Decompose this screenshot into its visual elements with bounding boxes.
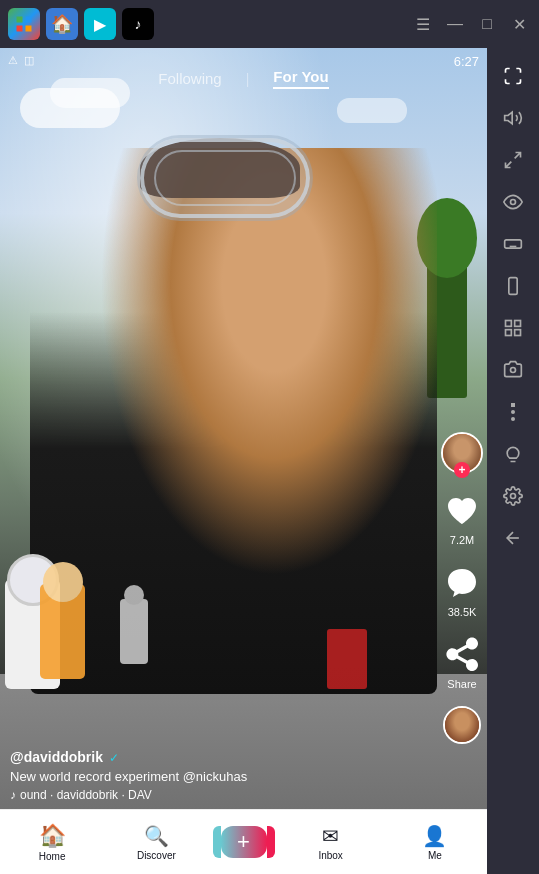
nav-inbox[interactable]: ✉ Inbox [279,824,383,861]
app-icon-play[interactable]: ▶ [84,8,116,40]
panel-settings-icon[interactable] [493,476,533,516]
music-text: ound · daviddobrik · DAV [20,788,152,802]
panel-arrows-icon[interactable] [493,140,533,180]
svg-point-18 [511,368,516,373]
screen-icon: ◫ [24,54,34,67]
video-description: New world record experiment @nickuhas [10,769,427,784]
username-line: @daviddobrik ✓ [10,748,427,766]
tab-following[interactable]: Following [158,70,221,87]
tab-for-you[interactable]: For You [273,68,328,89]
svg-marker-4 [505,112,513,124]
nav-create[interactable]: + [209,826,279,858]
inbox-nav-icon: ✉ [322,824,339,848]
panel-grid-icon[interactable] [493,308,533,348]
window-controls: ☰ — □ ✕ [411,12,531,36]
svg-rect-0 [17,17,23,23]
top-bar: 🏠 ▶ ♪ ☰ — □ ✕ [0,0,539,48]
music-avatar-button[interactable] [443,706,481,744]
panel-volume-icon[interactable] [493,98,533,138]
cloud-decoration-3 [337,98,407,123]
video-timestamp: 6:27 [454,54,479,69]
warning-icon: ⚠ [8,54,18,67]
username: @daviddobrik [10,749,103,765]
panel-bulb-icon[interactable] [493,434,533,474]
share-icon [441,634,483,676]
home-nav-label: Home [39,851,66,862]
panel-capture-icon[interactable] [493,350,533,390]
maximize-button[interactable]: □ [475,12,499,36]
close-button[interactable]: ✕ [507,12,531,36]
orange-suit-person [40,584,85,679]
nav-me[interactable]: 👤 Me [383,824,487,861]
panel-expand-icon[interactable] [493,56,533,96]
red-equipment [327,629,367,689]
svg-point-5 [511,200,516,205]
discover-nav-icon: 🔍 [144,824,169,848]
home-nav-icon: 🏠 [39,823,66,849]
app-icon-tiktok[interactable]: ♪ [122,8,154,40]
like-button[interactable]: 7.2M [441,490,483,546]
comment-count: 38.5K [448,606,477,618]
goggles [140,138,310,218]
svg-rect-16 [515,330,521,336]
comment-button[interactable]: 38.5K [441,562,483,618]
panel-more-icon[interactable] [493,392,533,432]
svg-rect-15 [515,321,521,327]
app-icon-home[interactable]: 🏠 [46,8,78,40]
create-button[interactable]: + [221,826,267,858]
music-note-icon: ♪ [10,788,16,802]
me-nav-icon: 👤 [422,824,447,848]
tab-separator: | [246,71,250,87]
share-button[interactable]: Share [441,634,483,690]
bottom-nav: 🏠 Home 🔍 Discover + ✉ Inbox 👤 [0,809,487,874]
right-panel [487,48,539,874]
panel-keyboard-icon[interactable] [493,224,533,264]
panel-eye-icon[interactable] [493,182,533,222]
minimize-button[interactable]: — [443,12,467,36]
follow-badge: + [454,462,470,478]
verified-icon: ✓ [109,751,119,765]
bg-person-head [124,585,144,605]
main-area: ⚠ ◫ 6:27 Following | For You [0,48,539,874]
menu-button[interactable]: ☰ [411,12,435,36]
video-container[interactable]: ⚠ ◫ 6:27 Following | For You [0,48,487,874]
app-icon-layers[interactable] [8,8,40,40]
music-avatar [443,706,481,744]
svg-rect-1 [26,17,32,23]
nav-home[interactable]: 🏠 Home [0,823,104,862]
bg-person [120,599,148,664]
svg-rect-12 [509,278,517,295]
share-label: Share [447,678,476,690]
nav-discover[interactable]: 🔍 Discover [104,824,208,861]
me-nav-label: Me [428,850,442,861]
inbox-nav-label: Inbox [318,850,342,861]
discover-nav-label: Discover [137,850,176,861]
svg-rect-17 [506,330,512,336]
orange-person-head [43,562,83,602]
svg-rect-2 [17,26,23,32]
video-info: @daviddobrik ✓ New world record experime… [10,748,427,802]
panel-back-icon[interactable] [493,518,533,558]
like-icon [441,490,483,532]
comment-icon [441,562,483,604]
avatar-button[interactable]: + [441,432,483,474]
panel-device-icon[interactable] [493,266,533,306]
tab-bar: Following | For You [0,68,487,89]
alert-icons-area: ⚠ ◫ [8,54,34,67]
svg-point-19 [511,494,516,499]
right-actions: + 7.2M [441,432,483,744]
svg-rect-3 [26,26,32,32]
music-info: ♪ ound · daviddobrik · DAV [10,788,427,802]
like-count: 7.2M [450,534,474,546]
svg-rect-14 [506,321,512,327]
main-person [30,148,437,694]
